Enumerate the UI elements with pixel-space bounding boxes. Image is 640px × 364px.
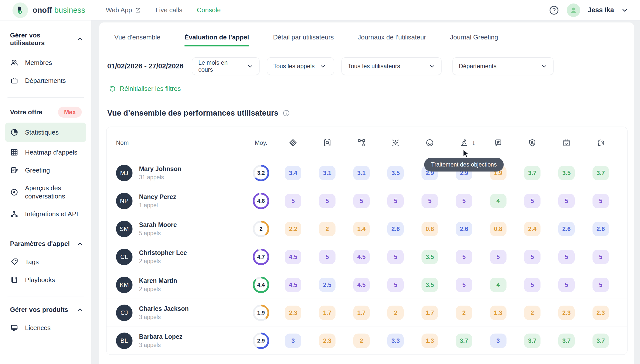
sidebar-item-departements-label: Départements: [25, 77, 66, 85]
help-icon[interactable]: [549, 5, 559, 16]
avg-ring: 1.9: [253, 304, 269, 321]
column-header-flow[interactable]: [344, 138, 378, 147]
sidebar-item-licences-label: Licences: [25, 324, 51, 332]
score-pill: 2.3: [592, 306, 609, 320]
table-row[interactable]: CL Christopher Lee 2 appels 4.7 4.554.55…: [107, 243, 627, 271]
user-name[interactable]: Jess Ika: [588, 6, 614, 14]
tab-journaux-utilisateur[interactable]: Journaux de l’utilisateur: [358, 34, 426, 46]
tab-detail-utilisateurs[interactable]: Détail par utilisateurs: [273, 34, 334, 46]
sidebar: Gérer vos utilisateurs Membres Départeme…: [0, 20, 91, 364]
sidebar-section-call-settings[interactable]: Paramètres d'appel: [5, 240, 86, 248]
score-pill: 5: [592, 194, 609, 208]
user-name: Barbara Lopez: [139, 333, 182, 340]
user-cell: MJ Mary Johnson 31 appels: [116, 165, 246, 181]
chevron-down-icon[interactable]: [621, 7, 628, 14]
sidebar-item-greeting[interactable]: Greeting: [5, 162, 86, 178]
brand-light: business: [54, 6, 85, 14]
offer-row: Votre offre Max: [5, 106, 86, 118]
info-icon[interactable]: [283, 109, 290, 117]
score-pill: 1.7: [421, 306, 438, 320]
chevron-down-icon: [247, 63, 253, 69]
nav-live-calls[interactable]: Live calls: [155, 6, 182, 14]
sidebar-item-tags[interactable]: Tags: [5, 254, 86, 270]
score-pill: 3.7: [456, 334, 472, 348]
chevron-down-icon: [541, 63, 547, 69]
column-header-bookmark-star[interactable]: [481, 138, 515, 147]
reset-filters-button[interactable]: Réinitialiser les filtres: [106, 85, 627, 92]
score-pill: 0.8: [490, 222, 507, 236]
period-dropdown[interactable]: Le mois en cours: [192, 58, 260, 75]
column-header-smiley[interactable]: [413, 138, 447, 147]
table-row[interactable]: SM Sarah Moore 5 appels 2 2.221.42.60.82…: [107, 215, 627, 243]
sidebar-section-products[interactable]: Gérer vos produits: [5, 306, 86, 314]
avatar: MJ: [116, 165, 132, 181]
user-cell: NP Nancy Perez 1 appel: [116, 193, 246, 209]
score-pill: 5: [558, 194, 575, 208]
sort-desc-icon[interactable]: ↓: [472, 139, 476, 147]
avg-cell: 1.9: [246, 304, 276, 321]
onoff-logo-icon: [13, 2, 28, 18]
score-pill: 3.4: [285, 166, 301, 180]
sidebar-item-playbooks[interactable]: Playbooks: [5, 272, 86, 288]
nav-console[interactable]: Console: [197, 6, 221, 14]
table-row[interactable]: KM Karen Martin 2 appels 4.4 4.52.54.553…: [107, 271, 627, 298]
reset-icon: [109, 85, 116, 92]
avg-value: 1.9: [257, 310, 265, 316]
sidebar-item-membres[interactable]: Membres: [5, 55, 86, 70]
sidebar-item-departements[interactable]: Départements: [5, 73, 86, 88]
avg-ring: 3.2: [253, 165, 269, 181]
calls-dropdown[interactable]: Tous les appels: [267, 58, 334, 75]
score-pill: 2.4: [524, 222, 540, 236]
tab-journal-greeting[interactable]: Journal Greeting: [450, 34, 498, 46]
nav-web-app[interactable]: Web App: [106, 6, 141, 14]
score-pill: 1.3: [421, 334, 438, 348]
sidebar-item-licences[interactable]: Licences: [5, 320, 86, 336]
avg-cell: 3.2: [246, 165, 276, 181]
bookmark-star-icon: [494, 138, 503, 147]
avg-value: 4.4: [257, 282, 265, 288]
score-pill: 4.5: [353, 278, 370, 292]
sidebar-item-integrations[interactable]: Intégrations et API: [5, 206, 86, 222]
column-header-sparkles[interactable]: [378, 138, 413, 147]
user-calls-count: 3 appels: [139, 314, 189, 320]
avg-ring: 4.4: [253, 276, 269, 293]
score-pill: 5: [456, 278, 472, 292]
column-header-objection-handling[interactable]: ↓ Traitement des objections: [447, 138, 481, 147]
score-pill: 5: [456, 250, 472, 264]
score-pill: 5: [421, 194, 438, 208]
user-calls-count: 2 appels: [139, 258, 187, 265]
score-pill: 3.7: [558, 334, 575, 348]
tab-vue-densemble[interactable]: Vue d'ensemble: [114, 34, 160, 46]
sidebar-item-heatmap[interactable]: Heatmap d’appels: [5, 144, 86, 160]
filters-row: 01/02/2026 - 27/02/2026 Le mois en cours…: [106, 58, 627, 75]
sidebar-section-users[interactable]: Gérer vos utilisateurs: [5, 32, 86, 47]
table-row[interactable]: MJ Mary Johnson 31 appels 3.2 3.43.13.13…: [107, 159, 627, 187]
user-calls-count: 31 appels: [139, 174, 181, 181]
sidebar-item-apercus[interactable]: Aperçus des conversations: [5, 180, 80, 204]
avg-ring: 2: [253, 221, 269, 237]
tab-evaluation-appel[interactable]: Évaluation de l’appel: [184, 34, 249, 46]
table-row[interactable]: CJ Charles Jackson 3 appels 1.9 2.31.71.…: [107, 298, 627, 326]
calls-dropdown-value: Tous les appels: [273, 63, 315, 70]
column-header-handshake[interactable]: [276, 138, 310, 147]
table-row[interactable]: NP Nancy Perez 1 appel 4.8 5555554555: [107, 187, 627, 215]
user-avatar[interactable]: [567, 4, 580, 17]
score-pill: 3.3: [387, 334, 404, 348]
column-header-screen-search[interactable]: [310, 138, 344, 147]
table-row[interactable]: BL Barbara Lopez 3 appels 2.9 32.323.31.…: [107, 326, 627, 354]
offer-badge: Max: [58, 106, 82, 118]
score-pill: 1.3: [490, 306, 507, 320]
departments-dropdown[interactable]: Départements: [453, 58, 553, 75]
score-pill: 5: [387, 194, 404, 208]
users-icon: [10, 58, 19, 67]
score-pill: 3.7: [592, 166, 609, 180]
sidebar-item-statistiques[interactable]: Statistiques: [5, 122, 86, 142]
score-pill: 3.5: [558, 166, 575, 180]
column-header-calendar-check[interactable]: [549, 138, 584, 147]
integration-icon: [10, 210, 19, 218]
score-pill: 2.6: [558, 222, 575, 236]
score-pill: 2: [319, 222, 335, 236]
column-header-voice[interactable]: [583, 138, 618, 147]
column-header-shield-user[interactable]: [515, 138, 549, 147]
users-dropdown[interactable]: Tous les utilisateurs: [341, 58, 442, 75]
